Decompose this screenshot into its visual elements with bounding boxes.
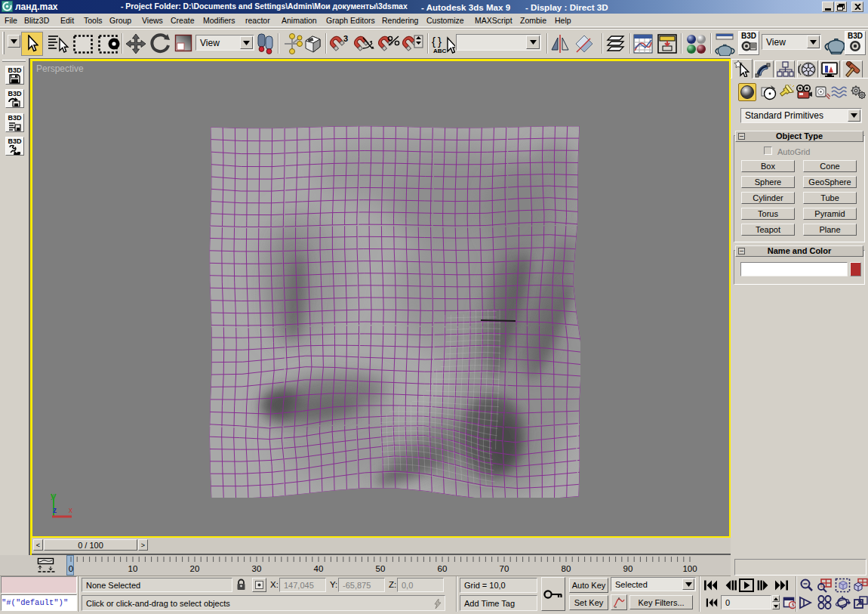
svg-text:3: 3 (343, 34, 348, 43)
svg-text:ABC: ABC (433, 48, 447, 54)
svg-text:x: x (69, 506, 72, 514)
svg-text:y: y (51, 492, 54, 500)
svg-text:z: z (53, 506, 57, 514)
svg-text:{ }: { } (432, 35, 442, 48)
